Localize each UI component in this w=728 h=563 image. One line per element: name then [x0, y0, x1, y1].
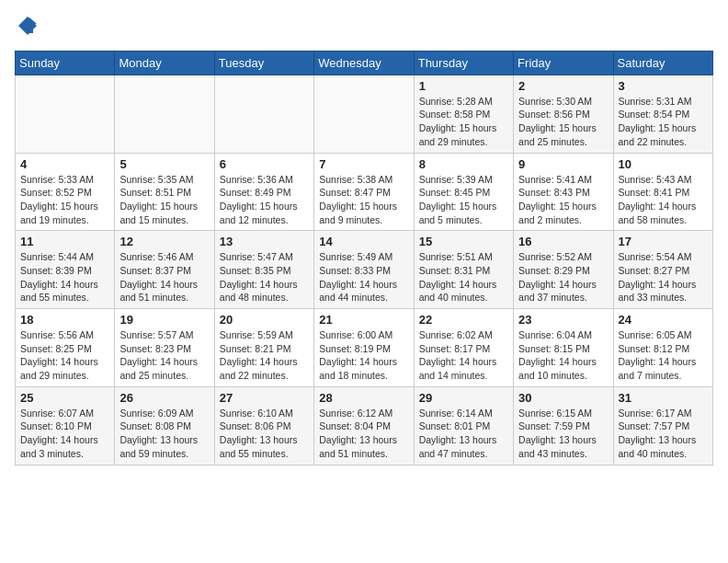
calendar-cell: 19Sunrise: 5:57 AM Sunset: 8:23 PM Dayli… [115, 309, 214, 387]
day-number: 13 [220, 235, 309, 248]
day-number: 12 [119, 235, 209, 248]
calendar-cell [115, 75, 214, 153]
day-number: 30 [518, 391, 608, 405]
day-info: Sunrise: 6:12 AM Sunset: 8:04 PM Dayligh… [319, 407, 408, 461]
calendar-week-row: 11Sunrise: 5:44 AM Sunset: 8:39 PM Dayli… [16, 231, 713, 309]
day-number: 1 [419, 79, 508, 93]
day-number: 8 [419, 157, 508, 171]
day-number: 3 [619, 79, 708, 93]
day-number: 16 [518, 235, 608, 248]
calendar-cell: 17Sunrise: 5:54 AM Sunset: 8:27 PM Dayli… [613, 231, 712, 309]
calendar-cell: 30Sunrise: 6:15 AM Sunset: 7:59 PM Dayli… [514, 386, 613, 465]
calendar-week-row: 4Sunrise: 5:33 AM Sunset: 8:52 PM Daylig… [16, 153, 713, 231]
day-info: Sunrise: 6:00 AM Sunset: 8:19 PM Dayligh… [319, 328, 408, 383]
calendar-cell: 7Sunrise: 5:38 AM Sunset: 8:47 PM Daylig… [314, 153, 414, 231]
calendar-cell: 4Sunrise: 5:33 AM Sunset: 8:52 PM Daylig… [16, 153, 115, 231]
day-info: Sunrise: 5:31 AM Sunset: 8:54 PM Dayligh… [619, 95, 708, 149]
column-header-tuesday: Tuesday [214, 51, 313, 75]
day-info: Sunrise: 6:02 AM Sunset: 8:17 PM Dayligh… [419, 328, 508, 383]
calendar-cell: 21Sunrise: 6:00 AM Sunset: 8:19 PM Dayli… [314, 309, 414, 387]
day-info: Sunrise: 6:15 AM Sunset: 7:59 PM Dayligh… [518, 407, 608, 461]
column-header-sunday: Sunday [16, 51, 115, 75]
column-header-monday: Monday [115, 51, 214, 75]
day-info: Sunrise: 6:04 AM Sunset: 8:15 PM Dayligh… [518, 328, 608, 383]
day-info: Sunrise: 5:33 AM Sunset: 8:52 PM Dayligh… [20, 173, 109, 227]
day-info: Sunrise: 6:07 AM Sunset: 8:10 PM Dayligh… [20, 407, 109, 461]
calendar-cell: 27Sunrise: 6:10 AM Sunset: 8:06 PM Dayli… [214, 386, 313, 465]
day-number: 14 [319, 235, 408, 248]
day-number: 21 [319, 313, 408, 327]
day-info: Sunrise: 5:38 AM Sunset: 8:47 PM Dayligh… [319, 173, 408, 227]
day-info: Sunrise: 6:05 AM Sunset: 8:12 PM Dayligh… [619, 328, 708, 383]
day-info: Sunrise: 5:30 AM Sunset: 8:56 PM Dayligh… [518, 95, 608, 149]
calendar-cell: 28Sunrise: 6:12 AM Sunset: 8:04 PM Dayli… [314, 386, 414, 465]
day-number: 7 [319, 157, 408, 171]
calendar-cell: 24Sunrise: 6:05 AM Sunset: 8:12 PM Dayli… [613, 309, 712, 387]
calendar-cell [16, 75, 115, 153]
day-number: 2 [518, 79, 608, 93]
day-info: Sunrise: 5:46 AM Sunset: 8:37 PM Dayligh… [119, 250, 209, 304]
calendar-table: SundayMondayTuesdayWednesdayThursdayFrid… [15, 51, 713, 465]
logo-icon [17, 15, 39, 37]
calendar-cell: 18Sunrise: 5:56 AM Sunset: 8:25 PM Dayli… [16, 309, 115, 387]
day-number: 25 [20, 391, 109, 405]
day-info: Sunrise: 5:44 AM Sunset: 8:39 PM Dayligh… [20, 250, 109, 304]
day-info: Sunrise: 5:43 AM Sunset: 8:41 PM Dayligh… [619, 173, 708, 227]
day-number: 28 [319, 391, 408, 405]
day-info: Sunrise: 5:28 AM Sunset: 8:58 PM Dayligh… [419, 95, 508, 149]
day-number: 26 [119, 391, 209, 405]
calendar-cell: 11Sunrise: 5:44 AM Sunset: 8:39 PM Dayli… [16, 231, 115, 309]
day-number: 9 [518, 157, 608, 171]
day-number: 19 [119, 313, 209, 327]
calendar-cell: 15Sunrise: 5:51 AM Sunset: 8:31 PM Dayli… [414, 231, 513, 309]
calendar-cell [314, 75, 414, 153]
calendar-cell: 16Sunrise: 5:52 AM Sunset: 8:29 PM Dayli… [514, 231, 613, 309]
day-info: Sunrise: 5:36 AM Sunset: 8:49 PM Dayligh… [220, 173, 309, 227]
header [15, 15, 713, 41]
day-number: 31 [619, 391, 708, 405]
calendar-cell: 3Sunrise: 5:31 AM Sunset: 8:54 PM Daylig… [613, 75, 712, 153]
calendar-cell: 26Sunrise: 6:09 AM Sunset: 8:08 PM Dayli… [115, 386, 214, 465]
column-header-saturday: Saturday [613, 51, 712, 75]
calendar-cell [214, 75, 313, 153]
calendar-cell: 8Sunrise: 5:39 AM Sunset: 8:45 PM Daylig… [414, 153, 513, 231]
day-info: Sunrise: 5:47 AM Sunset: 8:35 PM Dayligh… [220, 250, 309, 304]
logo [15, 15, 39, 41]
day-number: 29 [419, 391, 508, 405]
day-info: Sunrise: 5:35 AM Sunset: 8:51 PM Dayligh… [119, 173, 209, 227]
day-info: Sunrise: 5:59 AM Sunset: 8:21 PM Dayligh… [220, 328, 309, 383]
calendar-week-row: 1Sunrise: 5:28 AM Sunset: 8:58 PM Daylig… [16, 75, 713, 153]
column-header-thursday: Thursday [414, 51, 513, 75]
day-number: 11 [20, 235, 109, 248]
day-number: 20 [220, 313, 309, 327]
calendar-cell: 2Sunrise: 5:30 AM Sunset: 8:56 PM Daylig… [514, 75, 613, 153]
calendar-cell: 25Sunrise: 6:07 AM Sunset: 8:10 PM Dayli… [16, 386, 115, 465]
day-info: Sunrise: 6:17 AM Sunset: 7:57 PM Dayligh… [619, 407, 708, 461]
column-header-friday: Friday [514, 51, 613, 75]
calendar-cell: 9Sunrise: 5:41 AM Sunset: 8:43 PM Daylig… [514, 153, 613, 231]
calendar-cell: 13Sunrise: 5:47 AM Sunset: 8:35 PM Dayli… [214, 231, 313, 309]
calendar-cell: 10Sunrise: 5:43 AM Sunset: 8:41 PM Dayli… [613, 153, 712, 231]
day-info: Sunrise: 5:39 AM Sunset: 8:45 PM Dayligh… [419, 173, 508, 227]
day-info: Sunrise: 5:57 AM Sunset: 8:23 PM Dayligh… [119, 328, 209, 383]
day-number: 17 [619, 235, 708, 248]
calendar-week-row: 25Sunrise: 6:07 AM Sunset: 8:10 PM Dayli… [16, 386, 713, 465]
day-info: Sunrise: 6:09 AM Sunset: 8:08 PM Dayligh… [119, 407, 209, 461]
day-number: 4 [20, 157, 109, 171]
day-number: 5 [119, 157, 209, 171]
day-info: Sunrise: 5:54 AM Sunset: 8:27 PM Dayligh… [619, 250, 708, 304]
day-number: 23 [518, 313, 608, 327]
calendar-cell: 1Sunrise: 5:28 AM Sunset: 8:58 PM Daylig… [414, 75, 513, 153]
calendar-cell: 23Sunrise: 6:04 AM Sunset: 8:15 PM Dayli… [514, 309, 613, 387]
calendar-header-row: SundayMondayTuesdayWednesdayThursdayFrid… [16, 51, 713, 75]
calendar-cell: 12Sunrise: 5:46 AM Sunset: 8:37 PM Dayli… [115, 231, 214, 309]
calendar-cell: 20Sunrise: 5:59 AM Sunset: 8:21 PM Dayli… [214, 309, 313, 387]
calendar-cell: 29Sunrise: 6:14 AM Sunset: 8:01 PM Dayli… [414, 386, 513, 465]
column-header-wednesday: Wednesday [314, 51, 414, 75]
day-info: Sunrise: 5:51 AM Sunset: 8:31 PM Dayligh… [419, 250, 508, 304]
day-number: 22 [419, 313, 508, 327]
calendar-cell: 31Sunrise: 6:17 AM Sunset: 7:57 PM Dayli… [613, 386, 712, 465]
day-info: Sunrise: 5:49 AM Sunset: 8:33 PM Dayligh… [319, 250, 408, 304]
day-info: Sunrise: 5:56 AM Sunset: 8:25 PM Dayligh… [20, 328, 109, 383]
day-info: Sunrise: 6:14 AM Sunset: 8:01 PM Dayligh… [419, 407, 508, 461]
